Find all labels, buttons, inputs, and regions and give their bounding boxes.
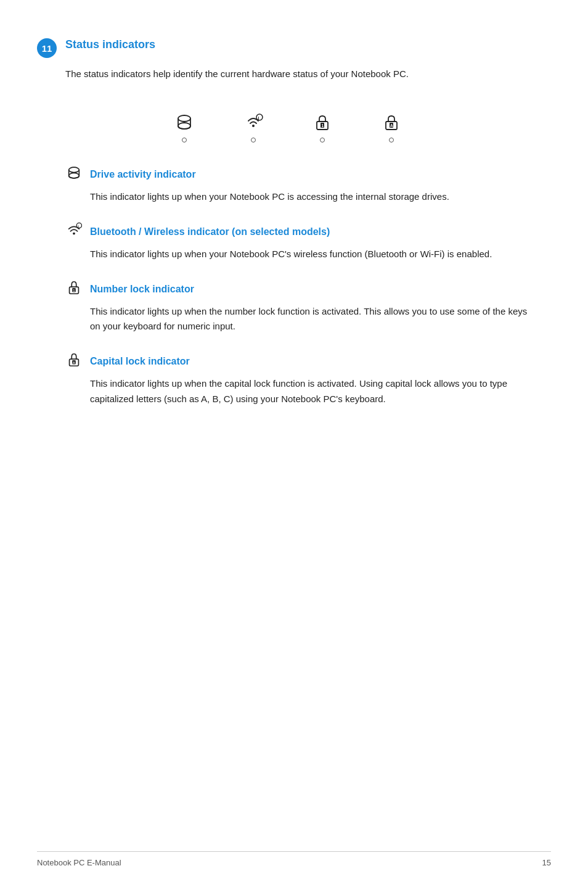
svg-point-13 [73,232,75,234]
section-badge: 11 [37,38,57,58]
section-title: Status indicators [65,37,155,52]
diagram-drive-col [174,112,194,142]
svg-point-3 [256,114,263,120]
section-header: 11 Status indicators [37,37,539,58]
capslock-indicator-title: Capital lock indicator [90,356,190,367]
bluetooth-indicator-title: Bluetooth / Wireless indicator (on selec… [90,226,330,237]
drive-indicator-title: Drive activity indicator [90,169,196,180]
diagram-wifi-icon: i [243,112,263,134]
svg-text:A: A [73,361,75,365]
diagram-capslock-icon: A [382,112,401,134]
svg-point-12 [69,173,80,178]
diagram-drive-icon [174,112,194,134]
diagram-numlock-dot [320,138,325,142]
svg-text:i: i [78,224,79,228]
svg-point-1 [178,123,190,129]
diagram-capslock-col: A [382,112,401,142]
numlock-icon: 1 [65,279,83,299]
indicator-bluetooth: i Bluetooth / Wireless indicator (on sel… [65,222,539,262]
svg-text:i: i [258,116,259,120]
capslock-indicator-body: This indicator lights up when the capita… [90,376,539,407]
numlock-indicator-title: Number lock indicator [90,284,194,295]
diagram-wifi-dot [251,138,256,142]
footer-page-number: 15 [542,858,551,867]
svg-text:A: A [390,123,393,128]
diagram-capslock-dot [389,138,394,142]
bluetooth-indicator-body: This indicator lights up when your Noteb… [90,247,539,262]
svg-text:1: 1 [73,288,75,292]
indicators-area: Drive activity indicator This indicator … [65,165,539,424]
svg-point-2 [252,125,255,127]
svg-point-11 [69,167,80,172]
svg-text:1: 1 [322,123,324,128]
diagram-wifi-col: i [243,112,263,142]
drive-activity-icon [65,165,83,184]
drive-indicator-body: This indicator lights up when your Noteb… [90,189,539,205]
indicator-numlock: 1 Number lock indicator This indicator l… [65,279,539,335]
svg-point-0 [178,115,190,122]
footer-left-text: Notebook PC E-Manual [37,858,121,867]
diagram-numlock-col: 1 [312,112,332,142]
bluetooth-wireless-icon: i [65,222,83,242]
capslock-icon: A [65,352,83,371]
page-footer: Notebook PC E-Manual 15 [37,851,551,867]
diagram-numlock-icon: 1 [312,112,332,134]
section-intro: The status indicators help identify the … [65,67,539,81]
indicator-drive: Drive activity indicator This indicator … [65,165,539,205]
indicator-capslock: A Capital lock indicator This indicator … [65,352,539,407]
diagram-drive-dot [182,138,187,142]
icons-diagram: i 1 [37,112,539,142]
numlock-indicator-body: This indicator lights up when the number… [90,304,539,335]
